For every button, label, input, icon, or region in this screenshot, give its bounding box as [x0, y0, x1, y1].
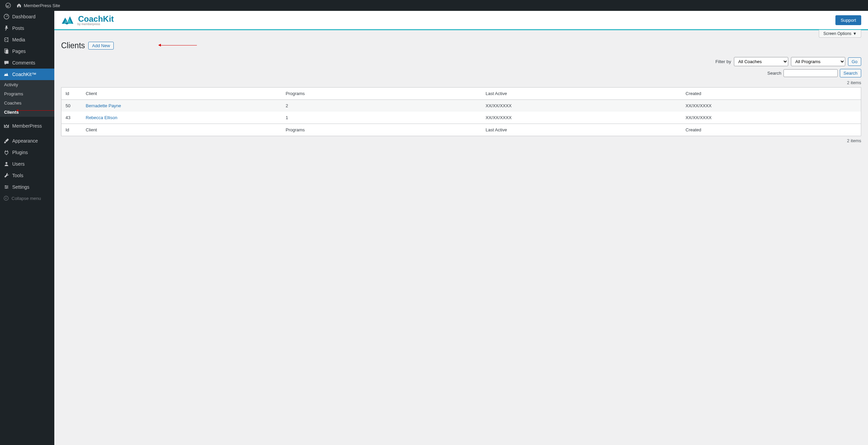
brush-icon [3, 138, 10, 144]
clients-table: Id Client Programs Last Active Created 5… [61, 87, 861, 136]
media-icon [3, 37, 10, 43]
header-band: CoachKit by memberpress Support [54, 11, 868, 30]
sidebar-item-memberpress[interactable]: MemberPress [0, 120, 54, 132]
sidebar-item-comments[interactable]: Comments [0, 57, 54, 69]
sidebar-item-dashboard[interactable]: Dashboard [0, 11, 54, 22]
support-button[interactable]: Support [835, 15, 861, 25]
search-button[interactable]: Search [840, 69, 861, 77]
submenu-clients[interactable]: Clients [0, 108, 54, 117]
svg-rect-4 [5, 50, 8, 54]
coachkit-logo: CoachKit by memberpress [61, 14, 114, 26]
home-icon [16, 3, 22, 8]
logo-mark-icon [61, 15, 76, 25]
filter-label: Filter by [715, 59, 731, 64]
filter-go-button[interactable]: Go [848, 57, 861, 66]
search-label: Search [768, 71, 781, 76]
table-row: 50 Bernadette Payne 2 XX/XX/XXXX XX/XX/X… [61, 100, 861, 112]
filter-programs-select[interactable]: All Programs [791, 57, 845, 66]
sidebar-item-posts[interactable]: Posts [0, 22, 54, 34]
sidebar-item-coachkit[interactable]: CoachKit™ [0, 69, 54, 80]
page-title: Clients [61, 41, 85, 50]
items-count-top: 2 items [54, 80, 868, 87]
comment-icon [3, 60, 10, 66]
site-link[interactable]: MemberPress Site [14, 0, 63, 11]
sidebar-item-pages[interactable]: Pages [0, 45, 54, 57]
client-link[interactable]: Bernadette Payne [86, 103, 121, 108]
page-icon [3, 48, 10, 54]
admin-bar: MemberPress Site [0, 0, 868, 11]
items-count-bottom: 2 items [54, 136, 868, 145]
search-input[interactable] [783, 69, 838, 77]
svg-point-2 [5, 39, 6, 40]
add-new-button[interactable]: Add New [88, 42, 114, 50]
sidebar-item-media[interactable]: Media [0, 34, 54, 45]
wordpress-icon [5, 3, 11, 8]
wp-logo[interactable] [3, 0, 14, 11]
sidebar-item-appearance[interactable]: Appearance [0, 135, 54, 145]
dashboard-icon [3, 14, 10, 20]
annotation-arrow-clients [18, 110, 54, 111]
coachkit-submenu: Activity Programs Coaches Clients [0, 80, 54, 117]
pin-icon [3, 25, 10, 31]
col-programs[interactable]: Programs [282, 88, 482, 100]
chevron-down-icon: ▼ [853, 31, 857, 36]
filter-coaches-select[interactable]: All Coaches [734, 57, 788, 66]
coachkit-icon [3, 71, 10, 77]
submenu-coaches[interactable]: Coaches [0, 98, 54, 108]
content: CoachKit by memberpress Support Screen O… [54, 11, 868, 145]
col-client[interactable]: Client [82, 88, 282, 100]
col-id[interactable]: Id [61, 88, 82, 100]
table-row: 43 Rebecca Ellison 1 XX/XX/XXXX XX/XX/XX… [61, 112, 861, 124]
site-name: MemberPress Site [24, 3, 60, 8]
submenu-programs[interactable]: Programs [0, 89, 54, 98]
submenu-activity[interactable]: Activity [0, 80, 54, 89]
sidebar: Dashboard Posts Media Pages Comments Coa… [0, 11, 54, 145]
col-created[interactable]: Created [682, 88, 861, 100]
screen-options-button[interactable]: Screen Options ▼ [819, 30, 861, 38]
annotation-arrow-addnew [160, 45, 197, 45]
memberpress-icon [3, 123, 10, 129]
col-lastactive[interactable]: Last Active [482, 88, 682, 100]
client-link[interactable]: Rebecca Ellison [86, 115, 117, 120]
